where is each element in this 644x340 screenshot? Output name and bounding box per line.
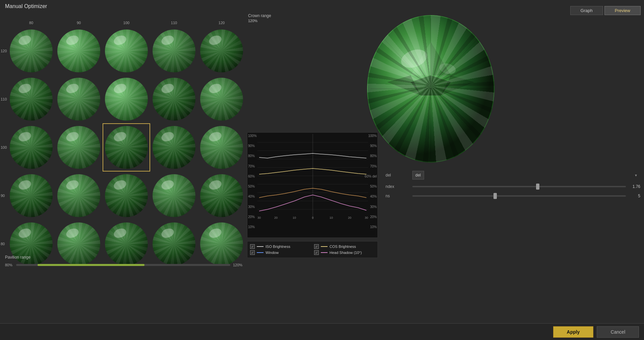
x-label-80: 80: [7, 21, 55, 25]
diamond-gem: [153, 78, 195, 121]
pavilion-slider-fill: [38, 264, 145, 266]
diamond-cell-80-110[interactable]: [150, 220, 198, 268]
diamond-cell-90-110[interactable]: [150, 172, 198, 220]
svg-text:20: 20: [348, 216, 351, 219]
legend-line-iso: [257, 246, 264, 247]
diamond-cell-110-110[interactable]: [150, 75, 198, 123]
diamond-cell-80-120[interactable]: [198, 220, 245, 268]
diamond-cell-120-80[interactable]: [7, 27, 55, 75]
y-label-120: 120: [1, 27, 7, 75]
svg-marker-25: [411, 75, 431, 95]
diamond-cell-110-100[interactable]: [103, 75, 150, 123]
diamond-cell-80-80[interactable]: [7, 220, 55, 268]
diamond-gem: [57, 126, 100, 169]
model-dropdown-wrapper: del ▼: [412, 171, 640, 180]
diamond-cell-110-80[interactable]: [7, 75, 55, 123]
legend-check-window[interactable]: ✓: [250, 250, 255, 255]
x-label-120: 120: [198, 21, 245, 25]
index-label: ndex: [386, 184, 412, 189]
diamond-cell-100-80[interactable]: [7, 123, 55, 172]
crown-range-value: 120%: [248, 19, 257, 23]
diamond-gem: [10, 29, 53, 72]
legend-line-headshadow: [321, 252, 328, 253]
diamond-cell-80-100[interactable]: [103, 220, 150, 268]
diamond-cell-90-120[interactable]: [198, 172, 245, 220]
preview-diamond-svg: [367, 15, 494, 162]
pavilion-start-value: 80%: [5, 263, 13, 267]
diamond-gem: [153, 222, 195, 265]
cancel-button[interactable]: Cancel: [597, 326, 639, 338]
y-label-100: 100: [1, 123, 7, 172]
svg-marker-27: [411, 42, 431, 75]
svg-line-20: [380, 35, 481, 142]
diamond-gem: [10, 78, 53, 121]
diamond-cell-80-90[interactable]: [55, 220, 103, 268]
legend-window[interactable]: ✓ Window: [250, 250, 311, 255]
diamond-cell-90-100[interactable]: [103, 172, 150, 220]
pavilion-range-slider-area: 80% 120%: [5, 263, 245, 267]
tab-preview[interactable]: Preview: [604, 6, 641, 15]
legend-label-headshadow: Head Shadow (10°): [330, 251, 362, 255]
diamond-cell-110-90[interactable]: [55, 75, 103, 123]
index-slider-thumb[interactable]: [536, 184, 539, 190]
ns-slider-thumb[interactable]: [493, 193, 497, 199]
legend-iso-brightness[interactable]: ✓ ISO Brightness: [250, 244, 311, 249]
diamond-gem: [105, 29, 148, 72]
diamond-cell-90-90[interactable]: [55, 172, 103, 220]
y-label-110: 110: [1, 75, 7, 123]
diamond-gem: [105, 78, 148, 121]
pavilion-end-value: 120%: [233, 263, 245, 267]
svg-text:0: 0: [312, 216, 313, 219]
index-row: ndex 1.76: [382, 184, 644, 189]
x-label-110: 110: [150, 21, 198, 25]
index-value: 1.76: [629, 184, 640, 189]
diamond-cell-100-110[interactable]: [150, 123, 198, 172]
svg-line-21: [380, 35, 481, 142]
model-row: del del ▼: [382, 171, 644, 180]
diamond-cell-100-90[interactable]: [55, 123, 103, 172]
chart-svg: 30 20 10 0 10 20 30: [257, 134, 368, 219]
chart-y-left: 100% 90% 80% 70% 60% 50% 40% 30% 20% 10%: [248, 133, 257, 230]
app-title: Manual Optimizer: [5, 3, 47, 9]
legend-label-cos: COS Brightness: [330, 245, 356, 249]
diamond-cell-120-110[interactable]: [150, 27, 198, 75]
apply-button[interactable]: Apply: [553, 326, 594, 338]
diamond-gem: [200, 78, 243, 121]
diamond-gem: [105, 174, 148, 217]
model-dropdown[interactable]: del: [412, 171, 424, 180]
tab-graph[interactable]: Graph: [570, 6, 603, 15]
diamond-cell-110-120[interactable]: [198, 75, 245, 123]
diamond-gem: [153, 29, 195, 72]
diamond-gem: [10, 174, 53, 217]
diamond-cell-120-100[interactable]: [103, 27, 150, 75]
x-axis-labels: 80 90 100 110 120: [7, 21, 245, 25]
svg-marker-26: [431, 75, 451, 95]
diamond-cell-90-80[interactable]: [7, 172, 55, 220]
diamond-cell-100-100-selected[interactable]: [103, 123, 150, 172]
crown-range-label: Crown range: [248, 13, 271, 18]
legend-head-shadow[interactable]: ✓ Head Shadow (10°): [314, 250, 375, 255]
svg-text:30: 30: [257, 216, 261, 219]
diamond-cell-120-120[interactable]: [198, 27, 245, 75]
ns-slider[interactable]: [412, 195, 626, 197]
y-axis-labels: 120 110 100 90 80: [1, 27, 7, 268]
legend-cos-brightness[interactable]: ✓ COS Brightness: [314, 244, 375, 249]
svg-text:10: 10: [330, 216, 333, 219]
legend-check-iso[interactable]: ✓: [250, 244, 255, 249]
diamond-gem: [57, 29, 100, 72]
svg-text:20: 20: [274, 216, 278, 219]
y-label-80: 80: [1, 220, 7, 268]
x-label-100: 100: [103, 21, 150, 25]
diamond-gem: [200, 29, 243, 72]
legend-check-cos[interactable]: ✓: [314, 244, 319, 249]
diamond-cell-120-90[interactable]: [55, 27, 103, 75]
diamond-cell-100-120[interactable]: [198, 123, 245, 172]
dropdown-arrow-icon: ▼: [634, 174, 638, 177]
y-label-90: 90: [1, 172, 7, 220]
svg-point-23: [438, 62, 457, 76]
legend-check-headshadow[interactable]: ✓: [314, 250, 319, 255]
index-slider[interactable]: [412, 186, 626, 187]
svg-marker-24: [421, 75, 441, 95]
pavilion-slider[interactable]: [16, 264, 230, 266]
right-controls-panel: del del ▼ ndex 1.76 ns 5: [382, 171, 644, 203]
